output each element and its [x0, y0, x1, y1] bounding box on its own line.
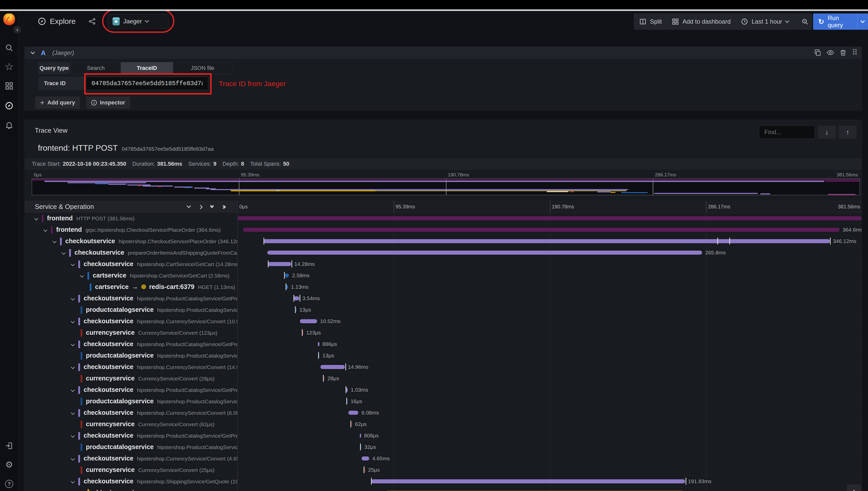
span-row[interactable]: checkoutservicehipstershop.CurrencyServi…	[25, 407, 862, 418]
expand-all-icon[interactable]	[222, 205, 226, 208]
row-chevron-icon[interactable]	[71, 480, 75, 484]
find-next-button[interactable]: ↓	[818, 125, 836, 139]
hide-query-eye-icon[interactable]	[827, 49, 834, 56]
span-row[interactable]: productcatalogservicehipstershop.Product…	[25, 304, 862, 315]
drag-handle-icon[interactable]: ⠿	[852, 49, 858, 56]
span-timeline-cell[interactable]	[237, 212, 862, 224]
span-row[interactable]: currencyserviceCurrencyService/Convert (…	[25, 418, 862, 430]
time-range-main[interactable]: Last 1 hour	[736, 13, 794, 30]
span-name-cell[interactable]: checkoutservicehipstershop.ProductCatalo…	[25, 430, 237, 441]
span-timeline-cell[interactable]: 6.08ms	[237, 407, 862, 418]
span-name-cell[interactable]: checkoutservicehipstershop.ProductCatalo…	[25, 292, 237, 304]
span-row[interactable]: checkoutservicehipstershop.CheckoutServi…	[25, 235, 862, 247]
expand-one-icon[interactable]	[199, 205, 203, 209]
search-icon[interactable]	[4, 43, 14, 53]
row-chevron-icon[interactable]	[53, 239, 57, 243]
span-name-cell[interactable]: cartservicehipstershop.CartService/GetCa…	[25, 270, 237, 281]
span-name-cell[interactable]: productcatalogservicehipstershop.Product…	[25, 304, 237, 315]
span-name-cell[interactable]: cartservice→redis-cart:6379HGET (1.13ms)	[25, 281, 237, 292]
span-name-cell[interactable]: checkoutservicehipstershop.ProductCatalo…	[25, 338, 237, 350]
span-row[interactable]: cartservice→redis-cart:6379HGET (1.13ms)…	[25, 281, 862, 292]
span-timeline-cell[interactable]: 1.13ms	[237, 281, 862, 292]
span-timeline-cell[interactable]: 16μs	[237, 396, 862, 407]
split-button[interactable]: Split	[634, 13, 667, 30]
span-timeline-cell[interactable]: 2.58ms	[237, 270, 862, 281]
row-chevron-icon[interactable]	[71, 411, 75, 415]
find-input[interactable]	[759, 125, 815, 139]
span-name-cell[interactable]: checkoutservicehipstershop.CurrencyServi…	[25, 315, 237, 327]
span-timeline-cell[interactable]: 25μs	[237, 464, 862, 475]
span-row[interactable]: checkoutservicehipstershop.ProductCatalo…	[25, 384, 862, 396]
span-row[interactable]: checkoutservicehipstershop.ShippingServi…	[25, 475, 862, 487]
row-chevron-icon[interactable]	[62, 251, 66, 255]
span-row[interactable]: productcatalogservicehipstershop.Product…	[25, 350, 862, 361]
span-row[interactable]: currencyserviceCurrencyService/Convert (…	[25, 373, 862, 384]
span-timeline-cell[interactable]: 32μs	[237, 441, 862, 453]
alerting-bell-icon[interactable]	[4, 120, 14, 130]
query-row-header[interactable]: A (Jaeger) ⠿	[25, 47, 862, 59]
span-name-cell[interactable]: productcatalogservicehipstershop.Product…	[25, 396, 237, 407]
settings-gear-icon[interactable]: ⚙	[4, 460, 14, 469]
span-row[interactable]: checkoutservicehipstershop.CurrencyServi…	[25, 361, 862, 373]
explore-compass-icon[interactable]	[4, 101, 14, 111]
collapse-one-icon[interactable]	[187, 204, 191, 208]
column-splitter[interactable]	[237, 201, 238, 491]
span-name-cell[interactable]: productcatalogservicehipstershop.Product…	[25, 441, 237, 453]
span-timeline-cell[interactable]: 808μs	[237, 430, 862, 441]
scroll-to-top-button[interactable]: ↑	[847, 484, 861, 491]
span-name-cell[interactable]: checkoutservicehipstershop.CurrencyServi…	[25, 407, 237, 418]
span-timeline-cell[interactable]: 62μs	[237, 418, 862, 430]
span-duration-bar[interactable]	[300, 319, 317, 323]
span-name-cell[interactable]: checkoutservicehipstershop.CartService/G…	[25, 258, 237, 270]
span-timeline-cell[interactable]: 4.65ms	[237, 453, 862, 464]
share-icon[interactable]	[88, 18, 96, 25]
span-name-cell[interactable]: checkoutservicehipstershop.ShippingServi…	[25, 475, 237, 487]
span-timeline-cell[interactable]: 14.28ms	[237, 258, 862, 270]
span-row[interactable]: frontendgrpc.hipstershop.CheckoutService…	[25, 224, 862, 235]
span-timeline-cell[interactable]: 28μs	[237, 373, 862, 384]
span-name-cell[interactable]: checkoutservicehipstershop.ProductCatalo…	[25, 384, 237, 396]
span-timeline-cell[interactable]: 191.93ms	[237, 475, 862, 487]
span-row[interactable]: productcatalogservicehipstershop.Product…	[25, 396, 862, 407]
expand-sidebar-button[interactable]: ›	[13, 26, 21, 34]
span-name-cell[interactable]: checkoutservicehipstershop.CurrencyServi…	[25, 453, 237, 464]
star-icon[interactable]: ☆	[4, 62, 14, 71]
sign-in-icon[interactable]	[4, 441, 14, 451]
span-name-cell[interactable]: currencyserviceCurrencyService/Convert (…	[25, 464, 237, 475]
span-name-cell[interactable]: currencyserviceCurrencyService/Convert (…	[25, 327, 237, 338]
row-chevron-icon[interactable]	[71, 319, 75, 323]
apps-icon[interactable]	[4, 81, 14, 91]
span-timeline-cell[interactable]: 3.54ms	[237, 292, 862, 304]
span-name-cell[interactable]: shippingserviceget-quote (181.98ms)	[25, 487, 237, 491]
span-row[interactable]: currencyserviceCurrencyService/Convert (…	[25, 464, 862, 475]
span-duration-bar[interactable]	[264, 239, 830, 243]
span-duration-bar[interactable]	[371, 479, 685, 483]
span-timeline-cell[interactable]: 13μs	[237, 304, 862, 315]
tab-json-file[interactable]: JSON file	[173, 62, 232, 74]
time-range-picker[interactable]: Last 1 hour	[736, 13, 812, 30]
span-row[interactable]: checkoutservicehipstershop.CartService/G…	[25, 258, 862, 270]
span-name-cell[interactable]: checkoutservicehipstershop.CurrencyServi…	[25, 361, 237, 373]
span-duration-bar[interactable]	[267, 251, 702, 255]
span-duration-bar[interactable]	[286, 285, 288, 289]
row-chevron-icon[interactable]	[71, 342, 75, 346]
run-query-button[interactable]: ↻ Run query	[813, 13, 868, 30]
zoom-out-time-button[interactable]	[797, 13, 812, 30]
span-name-cell[interactable]: checkoutserviceprepareOrderItemsAndShipp…	[25, 247, 237, 258]
span-row[interactable]: checkoutservicehipstershop.ProductCatalo…	[25, 430, 862, 441]
span-timeline-cell[interactable]: 10.52ms	[237, 315, 862, 327]
trace-minimap[interactable]	[32, 178, 860, 195]
span-timeline-cell[interactable]: 14.96ms	[237, 361, 862, 373]
add-to-dashboard-button[interactable]: Add to dashboard	[666, 13, 736, 30]
span-row[interactable]: checkoutserviceprepareOrderItemsAndShipp…	[25, 247, 862, 258]
span-name-cell[interactable]: frontendHTTP POST (381.56ms)	[25, 212, 237, 224]
span-row[interactable]: shippingserviceget-quote (181.98ms)181.9…	[25, 487, 862, 491]
span-row[interactable]: checkoutservicehipstershop.CurrencyServi…	[25, 453, 862, 464]
add-query-button[interactable]: + Add query	[35, 96, 80, 109]
inspector-button[interactable]: i Inspector	[86, 96, 130, 109]
span-duration-bar[interactable]	[294, 296, 299, 300]
span-duration-bar[interactable]	[318, 342, 320, 346]
delete-query-trash-icon[interactable]	[839, 49, 847, 56]
span-name-cell[interactable]: checkoutservicehipstershop.CheckoutServi…	[25, 235, 237, 247]
row-chevron-icon[interactable]	[80, 274, 84, 278]
